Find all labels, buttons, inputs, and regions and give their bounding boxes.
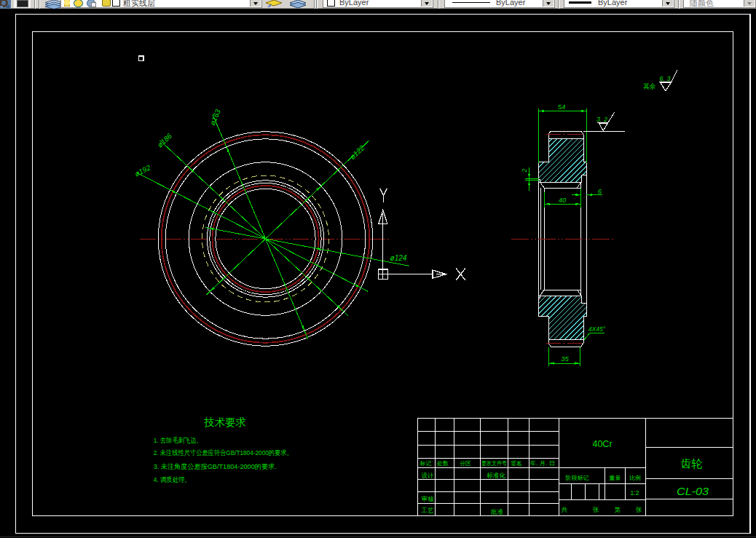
svg-text:共: 共	[561, 506, 568, 513]
svg-text:40: 40	[559, 196, 567, 204]
svg-text:年. 月. 日: 年. 月. 日	[529, 460, 555, 467]
svg-text:设计: 设计	[422, 472, 435, 479]
svg-text:2: 2	[521, 168, 528, 173]
svg-text:其余: 其余	[643, 82, 656, 90]
svg-text:张: 张	[636, 506, 642, 513]
svg-text:54: 54	[558, 103, 566, 111]
svg-text:CL-03: CL-03	[677, 486, 709, 497]
svg-text:审核: 审核	[422, 495, 435, 502]
svg-text:6: 6	[598, 187, 602, 195]
svg-text:更改文件号: 更改文件号	[481, 460, 507, 467]
svg-text:1. 去除毛刺飞边。: 1. 去除毛刺飞边。	[154, 436, 202, 444]
svg-text:1:2: 1:2	[631, 489, 639, 497]
svg-text:比例: 比例	[629, 475, 641, 481]
svg-text:3. 2: 3. 2	[596, 116, 607, 123]
svg-text:处数: 处数	[436, 460, 449, 467]
svg-text:重量: 重量	[609, 475, 621, 481]
svg-text:40Cr: 40Cr	[592, 439, 612, 449]
svg-text:ø124: ø124	[390, 254, 407, 262]
svg-text:标记: 标记	[420, 460, 432, 467]
svg-text:6. 3: 6. 3	[659, 75, 670, 82]
svg-text:技术要求: 技术要求	[204, 416, 246, 428]
svg-text:阶段标记: 阶段标记	[566, 475, 589, 481]
svg-text:3. 未注角度公差按GB/T1804-2000的要求.: 3. 未注角度公差按GB/T1804-2000的要求.	[154, 462, 277, 470]
svg-text:签名: 签名	[511, 460, 522, 467]
svg-text:4X45°: 4X45°	[588, 325, 606, 333]
svg-text:批准: 批准	[490, 508, 504, 515]
svg-text:2. 未注线性尺寸公差应符合GB/T1804-2000的要求: 2. 未注线性尺寸公差应符合GB/T1804-2000的要求。	[154, 448, 293, 456]
svg-text:齿轮: 齿轮	[681, 457, 703, 470]
svg-text:第: 第	[615, 506, 621, 513]
svg-text:标准化: 标准化	[487, 472, 505, 479]
svg-text:35: 35	[561, 355, 569, 363]
svg-text:工艺: 工艺	[421, 507, 435, 514]
svg-text:张: 张	[593, 506, 599, 513]
svg-text:4. 调质处理。: 4. 调质处理。	[154, 475, 191, 483]
svg-text:分区: 分区	[460, 460, 471, 467]
